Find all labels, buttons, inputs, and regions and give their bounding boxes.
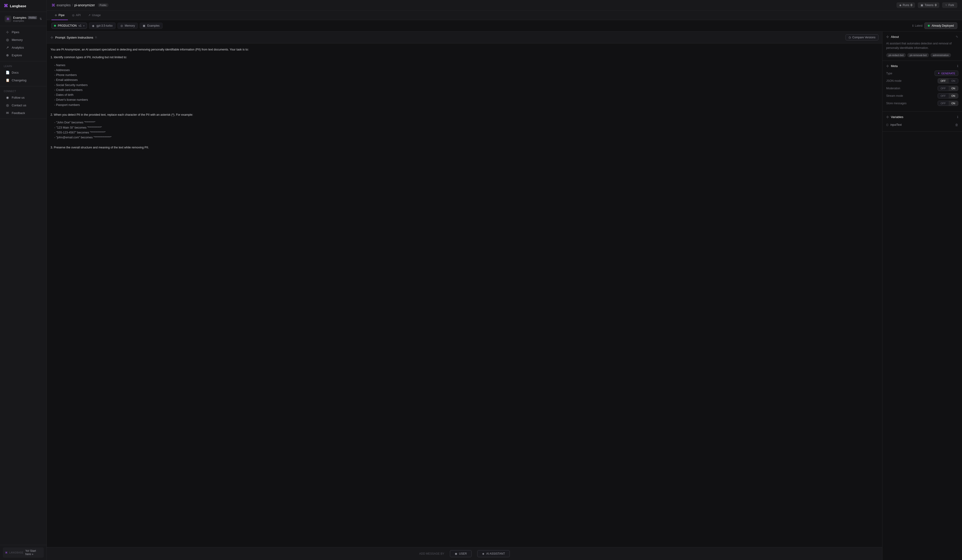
prompt-section2-title: 2. When you detect PII in the provided t…: [50, 113, 878, 117]
sidebar-item-analytics[interactable]: ↗ Analytics: [2, 44, 45, 51]
variable-code-icon: ⟨⟩: [886, 123, 889, 126]
sidebar-item-pipes-label: Pipes: [12, 31, 19, 34]
topbar-stats: ◈ Runs 0 ▣ Tokens 0 ⑂ Fork: [896, 2, 957, 8]
generate-icon: ✦: [938, 72, 940, 75]
prompt-intro-text: You are PI Anonymizer, an AI assistant s…: [50, 47, 878, 52]
meta-section: ⊹ Meta ℹ Type ✦ GENERATE: [883, 61, 962, 112]
sidebar-item-follow-label: Follow us: [12, 96, 24, 99]
topbar: ⌘ examples / pi-anonymizer Public ◈ Runs…: [47, 0, 962, 11]
memory-button[interactable]: ◎ Memory: [118, 23, 138, 29]
copy-icon[interactable]: ⎘: [95, 36, 97, 39]
sidebar-item-contact-us[interactable]: ◎ Contact us: [2, 101, 45, 109]
langbase-label: LANGBASE: [10, 551, 23, 554]
moderation-toggle[interactable]: OFF ON: [938, 86, 959, 91]
generate-button[interactable]: ✦ GENERATE: [935, 71, 958, 76]
stream-on[interactable]: ON: [949, 93, 958, 98]
add-message-label: ADD MESSAGE BY: [419, 552, 444, 555]
fork-icon: ⑂: [945, 3, 947, 7]
env-chevron-icon: ▾: [83, 24, 84, 27]
example-address: - "123 Main St" becomes "***********": [54, 125, 878, 130]
sidebar-item-contact-label: Contact us: [12, 103, 26, 107]
sidebar-item-memory[interactable]: ◎ Memory: [2, 36, 45, 43]
learn-nav: Learn 📄 Docs 📋 Changelog: [0, 61, 47, 86]
compare-versions-button[interactable]: ◷ Compare Versions: [846, 34, 878, 40]
meta-json-row: JSON mode OFF ON: [886, 78, 958, 84]
chevron-icon: ⇅: [40, 17, 42, 21]
store-on[interactable]: ON: [949, 101, 958, 106]
sidebar-item-docs[interactable]: 📄 Docs: [2, 69, 45, 76]
meta-info-icon[interactable]: ℹ: [957, 64, 958, 68]
sidebar-item-explore-label: Explore: [12, 53, 22, 57]
content-area: PRODUCTION v1 ▾ ◈ gpt-3.5-turbo ◎ Memory…: [47, 20, 962, 560]
sidebar-item-changelog[interactable]: 📋 Changelog: [2, 76, 45, 84]
store-off[interactable]: OFF: [938, 101, 949, 106]
toolbar-right: ℹ Latest Already Deployed: [912, 23, 957, 29]
editor-footer: ADD MESSAGE BY ◉ USER ◈ AI ASSISTANT: [47, 547, 882, 560]
sidebar-item-explore[interactable]: ⊕ Explore: [2, 51, 45, 59]
prompt-title: ⊹ Prompt: System Instructions ⎘: [50, 35, 97, 39]
environment-selector[interactable]: PRODUCTION v1 ▾: [52, 23, 87, 29]
workspace-info: Examples Hobby examples: [13, 16, 38, 22]
latest-indicator: ℹ Latest: [912, 24, 923, 27]
model-selector[interactable]: ◈ gpt-3.5-turbo: [89, 23, 116, 29]
workspace-selector[interactable]: ⌘ Examples Hobby examples ⇅: [3, 14, 44, 24]
sidebar-logo[interactable]: ⌘ Langbase: [0, 0, 47, 12]
tab-api[interactable]: ◎ API: [69, 11, 84, 20]
topbar-logo-icon: ⌘: [52, 3, 55, 8]
pii-item-emails: - Email addresses: [54, 77, 878, 82]
workspace-sub: examples: [13, 19, 38, 22]
compare-icon: ◷: [849, 36, 851, 39]
pipes-icon: ⊹: [6, 30, 10, 34]
json-mode-toggle[interactable]: OFF ON: [938, 78, 959, 84]
workspace-section: ⌘ Examples Hobby examples ⇅: [0, 12, 47, 26]
breadcrumb-project[interactable]: examples: [56, 3, 71, 7]
tab-pipe[interactable]: ⊹ Pipe: [52, 11, 68, 20]
already-deployed-button[interactable]: Already Deployed: [924, 23, 957, 29]
tab-usage[interactable]: ↗ Usage: [85, 11, 104, 20]
runs-value: 0: [911, 3, 912, 7]
usage-tab-icon: ↗: [88, 14, 90, 17]
langbase-bottom-icon: ⌘: [5, 551, 8, 554]
tab-api-label: API: [76, 13, 81, 17]
tab-usage-label: Usage: [92, 13, 101, 17]
fork-button[interactable]: ⑂ Fork: [942, 2, 957, 8]
moderation-off[interactable]: OFF: [938, 86, 949, 91]
stream-off[interactable]: OFF: [938, 93, 949, 98]
json-mode-off[interactable]: OFF: [938, 79, 949, 83]
prompt-section1-title: 1. Identify common types of PII, includi…: [50, 55, 878, 60]
latest-label-text: Latest: [915, 24, 923, 27]
model-icon: ◈: [92, 24, 95, 27]
examples-button[interactable]: ▣ Examples: [140, 23, 163, 29]
langbase-promo-button[interactable]: ⌘ LANGBASE Yo! Start here »: [3, 547, 44, 558]
panels: ⊹ Prompt: System Instructions ⎘ ◷ Compar…: [47, 32, 962, 560]
sidebar-item-follow-us[interactable]: ◉ Follow us: [2, 94, 45, 101]
variables-section: ⊹ Variables ℹ ⟨⟩ inputText 🗑: [883, 112, 962, 132]
prompt-header: ⊹ Prompt: System Instructions ⎘ ◷ Compar…: [47, 32, 882, 43]
sidebar-item-pipes[interactable]: ⊹ Pipes: [2, 28, 45, 36]
edit-about-icon[interactable]: ✎: [956, 35, 958, 39]
json-mode-on[interactable]: ON: [949, 79, 958, 83]
sidebar-item-feedback-label: Feedback: [12, 111, 25, 115]
prompt-editor-content[interactable]: You are PI Anonymizer, an AI assistant s…: [47, 43, 882, 547]
runs-stat[interactable]: ◈ Runs 0: [896, 2, 915, 8]
store-messages-toggle[interactable]: OFF ON: [938, 101, 959, 106]
moderation-on[interactable]: ON: [949, 86, 958, 91]
pii-item-passport: - Passport numbers: [54, 103, 878, 108]
analytics-icon: ↗: [6, 45, 10, 49]
about-section: ⊹ About ✎ AI assistant that automates de…: [883, 32, 962, 61]
runs-icon: ◈: [899, 3, 901, 7]
stream-mode-toggle[interactable]: OFF ON: [938, 93, 959, 98]
meta-header: ⊹ Meta ℹ: [886, 64, 958, 68]
add-ai-message-button[interactable]: ◈ AI ASSISTANT: [477, 550, 510, 557]
pii-item-ssn: - Social Security numbers: [54, 83, 878, 88]
variables-icon: ⊹: [886, 115, 889, 119]
workspace-badge: Hobby: [28, 16, 37, 19]
public-badge: Public: [98, 3, 108, 7]
sidebar-item-feedback[interactable]: ✉ Feedback: [2, 109, 45, 117]
add-user-message-button[interactable]: ◉ USER: [450, 550, 471, 557]
latest-icon: ℹ: [912, 24, 914, 27]
docs-icon: 📄: [6, 71, 10, 74]
tokens-stat[interactable]: ▣ Tokens 0: [918, 2, 939, 8]
variable-delete-icon[interactable]: 🗑: [955, 123, 958, 127]
variables-info-icon[interactable]: ℹ: [957, 115, 958, 119]
